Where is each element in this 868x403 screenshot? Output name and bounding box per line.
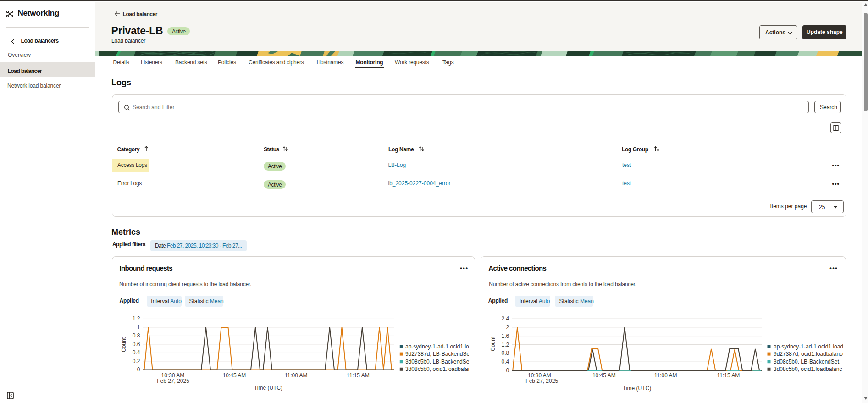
svg-text:10:45 AM: 10:45 AM <box>592 372 616 379</box>
svg-text:11:15 AM: 11:15 AM <box>346 372 369 379</box>
svg-text:1.6: 1.6 <box>501 333 509 339</box>
svg-text:Feb 27, 2025: Feb 27, 2025 <box>157 378 189 384</box>
svg-text:1.2: 1.2 <box>132 315 140 322</box>
svg-text:0: 0 <box>137 366 140 373</box>
svg-text:0.6: 0.6 <box>132 341 140 348</box>
svg-text:1: 1 <box>137 324 140 331</box>
svg-text:0.4: 0.4 <box>132 349 140 356</box>
svg-text:1.2: 1.2 <box>501 342 509 348</box>
svg-text:2.4: 2.4 <box>501 315 509 322</box>
svg-text:11:00 AM: 11:00 AM <box>654 372 677 379</box>
svg-text:11:00 AM: 11:00 AM <box>284 372 307 379</box>
svg-text:10:45 AM: 10:45 AM <box>222 372 246 379</box>
svg-text:Time (UTC): Time (UTC) <box>254 385 282 391</box>
svg-text:0.8: 0.8 <box>132 332 140 339</box>
svg-text:Count: Count <box>121 337 127 352</box>
svg-text:0.2: 0.2 <box>132 358 140 364</box>
svg-text:Feb 27, 2025: Feb 27, 2025 <box>525 378 558 384</box>
svg-text:Count: Count <box>490 336 496 351</box>
svg-text:0.8: 0.8 <box>501 350 509 356</box>
svg-text:0: 0 <box>506 367 509 374</box>
svg-text:Time (UTC): Time (UTC) <box>623 385 651 392</box>
svg-text:0.4: 0.4 <box>501 359 509 365</box>
svg-text:2: 2 <box>506 324 509 331</box>
svg-text:11:15 AM: 11:15 AM <box>717 372 740 379</box>
